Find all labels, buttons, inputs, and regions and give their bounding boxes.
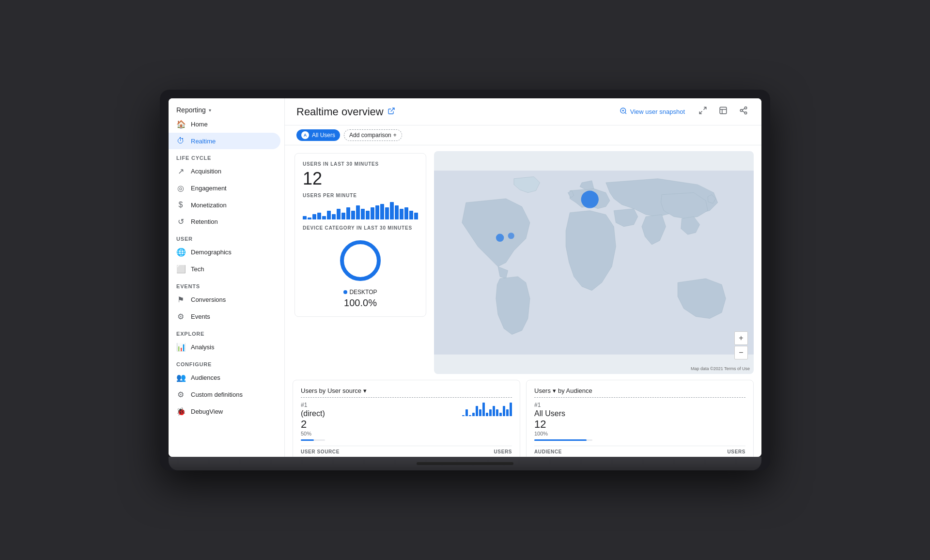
events-label: Events (191, 313, 210, 320)
audience-card: Users ▾ by Audience #1 All Users 12 100% (526, 380, 754, 457)
user-source-table-header: USER SOURCE USERS (301, 446, 512, 456)
zoom-out-button[interactable]: − (734, 346, 748, 359)
sidebar-item-home[interactable]: 🏠 Home (169, 116, 280, 133)
add-icon: + (393, 132, 397, 139)
realtime-label: Realtime (191, 138, 216, 145)
share-button[interactable] (737, 104, 750, 119)
table-row: All Users 12 (534, 456, 745, 457)
user-source-top-name: (direct) (301, 409, 325, 418)
realtime-icon: ⏱ (176, 137, 185, 145)
main-content: Realtime overview (285, 98, 761, 457)
demographics-icon: 🌐 (176, 248, 185, 257)
svg-line-0 (390, 108, 394, 111)
analysis-label: Analysis (191, 343, 214, 351)
spark-bar (476, 406, 478, 416)
sidebar-item-acquisition[interactable]: ↗ Acquisition (169, 163, 280, 180)
sidebar-item-monetization[interactable]: $ Monetization (169, 197, 280, 213)
spark-bar (482, 403, 485, 416)
zoom-in-button[interactable]: + (734, 331, 748, 345)
svg-line-14 (742, 109, 744, 110)
laptop-hinge (417, 462, 513, 465)
sidebar: Reporting ▾ 🏠 Home ⏱ Realtime LIFE CYCLE… (169, 98, 285, 457)
page-title: Realtime overview (296, 106, 384, 118)
snapshot-icon (620, 107, 627, 116)
map-controls: + − (734, 331, 748, 359)
acquisition-icon: ↗ (176, 167, 185, 176)
spark-bar (489, 409, 492, 416)
upm-bar-chart (303, 200, 418, 219)
bar (361, 209, 365, 219)
add-comparison-label: Add comparison (349, 132, 391, 139)
reporting-label: Reporting (176, 106, 206, 114)
spark-bar (493, 406, 495, 416)
sidebar-item-retention[interactable]: ↺ Retention (169, 213, 280, 230)
sidebar-item-events[interactable]: ⚙ Events (169, 308, 280, 325)
map-attribution: Map data ©2021 Terms of Use (691, 366, 750, 371)
audience-rank: #1 (534, 402, 592, 408)
fullscreen-button[interactable] (697, 104, 709, 119)
title-row: Realtime overview (296, 106, 395, 118)
conversions-label: Conversions (191, 296, 226, 303)
home-label: Home (191, 121, 208, 128)
table-row: (direct) 2 (301, 456, 512, 457)
configure-section-label: CONFIGURE (169, 356, 284, 369)
sidebar-item-realtime[interactable]: ⏱ Realtime (169, 133, 280, 149)
sidebar-item-analysis[interactable]: 📊 Analysis (169, 339, 280, 356)
sidebar-item-engagement[interactable]: ◎ Engagement (169, 180, 280, 197)
engagement-label: Engagement (191, 185, 227, 192)
lifecycle-section-label: LIFE CYCLE (169, 149, 284, 163)
retention-icon: ↺ (176, 217, 185, 226)
all-users-chip[interactable]: A All Users (296, 129, 340, 141)
audiences-label: Audiences (191, 374, 220, 381)
view-snapshot-button[interactable]: View user snapshot (616, 105, 689, 118)
report-button[interactable] (717, 104, 729, 119)
sidebar-item-custom-definitions[interactable]: ⚙ Custom definitions (169, 386, 280, 403)
chip-icon: A (301, 131, 309, 139)
bar (322, 216, 326, 219)
audience-dropdown-icon[interactable]: ▾ (553, 387, 556, 394)
sidebar-item-audiences[interactable]: 👥 Audiences (169, 369, 280, 386)
user-source-dropdown-icon[interactable]: ▾ (363, 387, 367, 394)
bar (404, 207, 408, 219)
user-source-pct: 50% (301, 431, 325, 436)
bar (375, 205, 379, 219)
sidebar-item-demographics[interactable]: 🌐 Demographics (169, 244, 280, 261)
donut-section: DESKTOP 100.0% (303, 236, 418, 309)
spark-bar (499, 413, 502, 416)
dropdown-arrow-icon: ▾ (209, 108, 211, 113)
donut-legend: DESKTOP (343, 289, 377, 296)
bar (303, 216, 307, 219)
user-source-table: (direct) 2 bing 1 google 1 (301, 456, 512, 457)
bar (332, 214, 336, 219)
bar (390, 202, 394, 219)
retention-label: Retention (191, 218, 218, 225)
user-source-card: Users by User source ▾ #1 (direct) 2 50% (293, 380, 520, 457)
audiences-icon: 👥 (176, 373, 185, 382)
sidebar-item-debugview[interactable]: 🐞 DebugView (169, 403, 280, 420)
svg-line-2 (625, 112, 626, 114)
spark-bar (496, 409, 498, 416)
bar (346, 207, 350, 219)
add-comparison-button[interactable]: Add comparison + (344, 129, 402, 141)
sidebar-header[interactable]: Reporting ▾ (169, 102, 284, 116)
header-actions: View user snapshot (616, 104, 750, 119)
bar (327, 211, 331, 219)
bar (356, 205, 360, 219)
demographics-label: Demographics (191, 249, 232, 256)
debugview-label: DebugView (191, 408, 223, 415)
bar (380, 204, 384, 219)
device-name: DESKTOP (349, 289, 377, 296)
sidebar-item-conversions[interactable]: ⚑ Conversions (169, 291, 280, 308)
custom-definitions-icon: ⚙ (176, 390, 185, 399)
debugview-icon: 🐞 (176, 407, 185, 416)
donut-chart (336, 236, 385, 285)
sidebar-item-tech[interactable]: ⬜ Tech (169, 261, 280, 278)
svg-point-20 (581, 191, 599, 208)
user-source-sparkline (462, 402, 512, 416)
bar (371, 207, 374, 219)
explore-section-label: EXPLORE (169, 325, 284, 339)
spark-bar (465, 409, 468, 416)
analysis-icon: 📊 (176, 342, 185, 352)
bar (351, 211, 355, 219)
svg-point-12 (744, 112, 747, 114)
